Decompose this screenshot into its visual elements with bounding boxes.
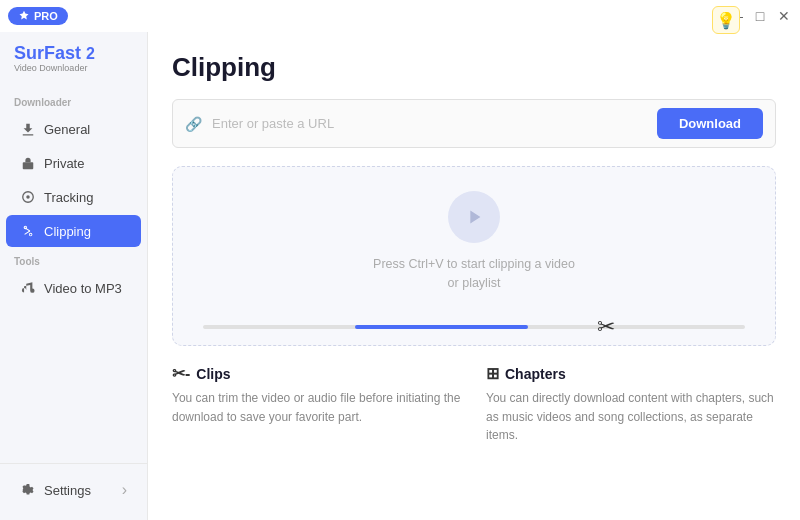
sidebar-item-video-to-mp3[interactable]: Video to MP3: [6, 272, 141, 304]
play-icon-container: [448, 191, 500, 243]
logo-text-surfast: SurFast: [14, 43, 81, 63]
feature-chapters-desc: You can directly download content with c…: [486, 389, 776, 445]
sidebar-section-downloader: Downloader: [0, 89, 147, 112]
music-icon: [20, 280, 36, 296]
sidebar-item-private[interactable]: Private: [6, 147, 141, 179]
gear-icon: [20, 482, 36, 498]
main-content: Clipping 🔗 Download Press Ctrl+V to star…: [148, 32, 800, 520]
link-icon: 🔗: [185, 116, 202, 132]
feature-clips-title: ✂- Clips: [172, 364, 462, 383]
sidebar-item-video-to-mp3-label: Video to MP3: [44, 281, 122, 296]
svg-point-2: [26, 195, 30, 199]
feature-cards: ✂- Clips You can trim the video or audio…: [172, 364, 776, 445]
titlebar: PRO 💡 — □ ✕: [0, 0, 800, 32]
play-icon: [463, 206, 485, 228]
sidebar-item-tracking[interactable]: Tracking: [6, 181, 141, 213]
settings-label: Settings: [44, 483, 91, 498]
settings-item[interactable]: Settings ›: [6, 473, 141, 507]
feature-card-clips: ✂- Clips You can trim the video or audio…: [172, 364, 462, 445]
feature-chapters-label: Chapters: [505, 366, 566, 382]
clips-icon: ✂-: [172, 364, 190, 383]
clip-track-fill: [355, 325, 528, 329]
feature-clips-desc: You can trim the video or audio file bef…: [172, 389, 462, 426]
maximize-button[interactable]: □: [752, 8, 768, 24]
sidebar-item-private-label: Private: [44, 156, 84, 171]
clip-track: [203, 325, 745, 329]
clip-hint-line2: or playlist: [448, 276, 501, 290]
clipping-icon: [20, 223, 36, 239]
svg-rect-0: [23, 162, 34, 169]
sidebar-item-general[interactable]: General: [6, 113, 141, 145]
sidebar-section-tools: Tools: [0, 248, 147, 271]
page-title: Clipping: [172, 52, 776, 83]
sidebar-bottom: Settings ›: [0, 463, 147, 520]
clip-hint: Press Ctrl+V to start clipping a video o…: [373, 255, 575, 293]
sidebar-item-general-label: General: [44, 122, 90, 137]
scissors-icon: ✂: [597, 314, 615, 340]
logo-num: 2: [86, 45, 95, 62]
url-bar: 🔗 Download: [172, 99, 776, 148]
feature-chapters-title: ⊞ Chapters: [486, 364, 776, 383]
clip-timeline: ✂: [173, 309, 775, 345]
clip-area: Press Ctrl+V to start clipping a video o…: [172, 166, 776, 346]
logo-name: SurFast 2: [14, 44, 133, 62]
feature-card-chapters: ⊞ Chapters You can directly download con…: [486, 364, 776, 445]
logo-subtitle: Video Downloader: [14, 63, 133, 73]
download-icon: [20, 121, 36, 137]
settings-left: Settings: [20, 482, 91, 498]
url-input[interactable]: [212, 116, 647, 131]
sidebar: SurFast 2 Video Downloader Downloader Ge…: [0, 32, 148, 520]
pro-label: PRO: [34, 10, 58, 22]
close-button[interactable]: ✕: [776, 8, 792, 24]
pro-badge[interactable]: PRO: [8, 7, 68, 25]
tracking-icon: [20, 189, 36, 205]
download-button[interactable]: Download: [657, 108, 763, 139]
sidebar-item-clipping-label: Clipping: [44, 224, 91, 239]
private-icon: [20, 155, 36, 171]
app-logo: SurFast 2 Video Downloader: [0, 44, 147, 89]
chapters-icon: ⊞: [486, 364, 499, 383]
clip-hint-line1: Press Ctrl+V to start clipping a video: [373, 257, 575, 271]
lightbulb-button[interactable]: 💡: [712, 6, 740, 34]
app-layout: SurFast 2 Video Downloader Downloader Ge…: [0, 32, 800, 520]
settings-chevron: ›: [122, 481, 127, 499]
sidebar-item-tracking-label: Tracking: [44, 190, 93, 205]
sidebar-item-clipping[interactable]: Clipping: [6, 215, 141, 247]
feature-clips-label: Clips: [196, 366, 230, 382]
